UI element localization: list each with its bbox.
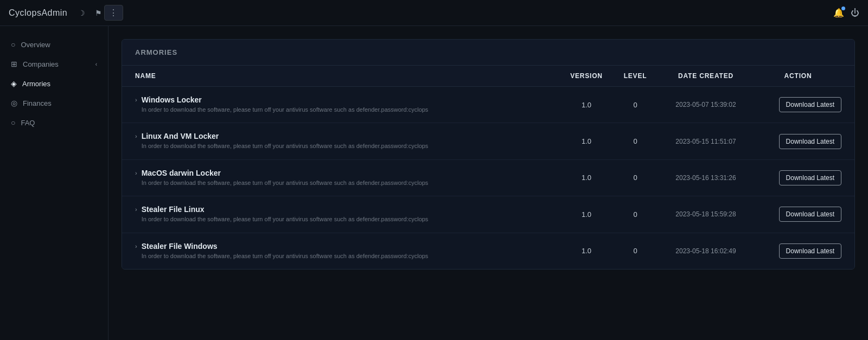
expand-icon[interactable]: › bbox=[135, 170, 137, 176]
app-name: CyclopsAdmin bbox=[9, 8, 67, 17]
download-latest-button[interactable]: Download Latest bbox=[779, 134, 841, 149]
expand-icon[interactable]: › bbox=[135, 97, 137, 103]
armories-icon: ◈ bbox=[11, 79, 17, 88]
notification-icon[interactable]: 🔔 bbox=[833, 8, 844, 18]
sidebar-item-faq[interactable]: ○ FAQ bbox=[0, 113, 108, 132]
row-description: In order to download the software, pleas… bbox=[142, 106, 429, 114]
sidebar: ○ Overview ⊞ Companies ‹ ◈ Armories ◎ Fi… bbox=[0, 26, 108, 340]
table-header: NAME VERSION LEVEL DATE CREATED ACTION bbox=[122, 66, 854, 87]
row-title: MacOS darwin Locker bbox=[142, 169, 429, 177]
notification-dot bbox=[841, 7, 845, 10]
download-latest-button[interactable]: Download Latest bbox=[779, 243, 841, 259]
topbar-right: 🔔 ⏻ bbox=[833, 8, 859, 18]
row-title: Windows Locker bbox=[142, 95, 429, 104]
row-name-content: Stealer File Windows In order to downloa… bbox=[142, 242, 429, 260]
expand-icon[interactable]: › bbox=[135, 243, 137, 249]
sidebar-item-armories[interactable]: ◈ Armories bbox=[0, 74, 108, 93]
row-name-cell: › Stealer File Linux In order to downloa… bbox=[135, 205, 559, 223]
row-action: Download Latest bbox=[755, 134, 841, 149]
col-level: LEVEL bbox=[614, 72, 657, 80]
row-name-content: Linux And VM Locker In order to download… bbox=[142, 132, 429, 150]
panel-header: ARMORIES bbox=[122, 40, 854, 66]
sidebar-item-finances[interactable]: ◎ Finances bbox=[0, 93, 108, 113]
expand-icon[interactable]: › bbox=[135, 206, 137, 213]
row-name-content: Windows Locker In order to download the … bbox=[142, 95, 429, 114]
companies-icon: ⊞ bbox=[11, 60, 17, 68]
download-latest-button[interactable]: Download Latest bbox=[779, 170, 841, 185]
sidebar-label-finances: Finances bbox=[23, 99, 52, 107]
sidebar-item-overview[interactable]: ○ Overview bbox=[0, 35, 108, 54]
col-version: VERSION bbox=[559, 72, 614, 80]
row-name-cell: › Stealer File Windows In order to downl… bbox=[135, 242, 559, 260]
row-title: Stealer File Windows bbox=[142, 242, 429, 251]
col-name: NAME bbox=[135, 72, 559, 80]
row-name-cell: › Windows Locker In order to download th… bbox=[135, 95, 559, 114]
row-level: 0 bbox=[614, 174, 657, 182]
row-level: 0 bbox=[614, 210, 657, 219]
table-row: › Windows Locker In order to download th… bbox=[122, 87, 854, 123]
row-date: 2023-05-18 15:59:28 bbox=[657, 210, 755, 218]
row-date: 2023-05-07 15:39:02 bbox=[657, 101, 755, 108]
sidebar-label-overview: Overview bbox=[21, 41, 50, 49]
row-action: Download Latest bbox=[755, 207, 841, 222]
row-name-cell: › Linux And VM Locker In order to downlo… bbox=[135, 132, 559, 150]
row-name-content: MacOS darwin Locker In order to download… bbox=[142, 169, 429, 187]
row-description: In order to download the software, pleas… bbox=[142, 252, 429, 260]
table-row: › MacOS darwin Locker In order to downlo… bbox=[122, 160, 854, 196]
overview-icon: ○ bbox=[11, 40, 15, 49]
topbar: CyclopsAdmin ☽ ⚑ ⋮ 🔔 ⏻ bbox=[0, 0, 868, 26]
topbar-icons: ☽ ⚑ bbox=[76, 7, 104, 20]
flag-icon[interactable]: ⚑ bbox=[93, 7, 104, 20]
row-date: 2023-05-16 13:31:26 bbox=[657, 174, 755, 182]
row-level: 0 bbox=[614, 101, 657, 109]
row-title: Linux And VM Locker bbox=[142, 132, 429, 140]
row-date: 2023-05-15 11:51:07 bbox=[657, 138, 755, 145]
table-row: › Stealer File Windows In order to downl… bbox=[122, 233, 854, 269]
finances-icon: ◎ bbox=[11, 99, 17, 107]
app-logo: CyclopsAdmin bbox=[9, 8, 67, 18]
sidebar-item-companies[interactable]: ⊞ Companies ‹ bbox=[0, 54, 108, 74]
row-action: Download Latest bbox=[755, 97, 841, 112]
row-name-content: Stealer File Linux In order to download … bbox=[142, 205, 429, 223]
table-row: › Stealer File Linux In order to downloa… bbox=[122, 196, 854, 233]
row-title: Stealer File Linux bbox=[142, 205, 429, 214]
content-area: ARMORIES NAME VERSION LEVEL DATE CREATED… bbox=[108, 26, 868, 340]
sidebar-label-faq: FAQ bbox=[21, 119, 35, 127]
chevron-left-icon: ‹ bbox=[95, 61, 97, 67]
row-version: 1.0 bbox=[559, 247, 614, 255]
row-action: Download Latest bbox=[755, 243, 841, 259]
moon-icon[interactable]: ☽ bbox=[76, 7, 87, 20]
row-version: 1.0 bbox=[559, 174, 614, 182]
row-version: 1.0 bbox=[559, 210, 614, 219]
power-icon[interactable]: ⏻ bbox=[851, 8, 859, 18]
main-layout: ○ Overview ⊞ Companies ‹ ◈ Armories ◎ Fi… bbox=[0, 26, 868, 340]
row-description: In order to download the software, pleas… bbox=[142, 142, 429, 150]
download-latest-button[interactable]: Download Latest bbox=[779, 207, 841, 222]
download-latest-button[interactable]: Download Latest bbox=[779, 97, 841, 112]
sidebar-label-armories: Armories bbox=[22, 80, 50, 88]
row-level: 0 bbox=[614, 137, 657, 145]
row-description: In order to download the software, pleas… bbox=[142, 179, 429, 187]
armories-panel: ARMORIES NAME VERSION LEVEL DATE CREATED… bbox=[122, 39, 855, 270]
faq-icon: ○ bbox=[11, 118, 15, 127]
col-action: ACTION bbox=[755, 72, 841, 80]
menu-button[interactable]: ⋮ bbox=[104, 5, 123, 21]
table-body: › Windows Locker In order to download th… bbox=[122, 87, 854, 269]
row-action: Download Latest bbox=[755, 170, 841, 185]
row-version: 1.0 bbox=[559, 101, 614, 109]
row-description: In order to download the software, pleas… bbox=[142, 215, 429, 223]
row-version: 1.0 bbox=[559, 137, 614, 145]
armories-table: NAME VERSION LEVEL DATE CREATED ACTION ›… bbox=[122, 66, 854, 269]
panel-title: ARMORIES bbox=[135, 48, 177, 56]
expand-icon[interactable]: › bbox=[135, 133, 137, 139]
row-date: 2023-05-18 16:02:49 bbox=[657, 247, 755, 255]
row-name-cell: › MacOS darwin Locker In order to downlo… bbox=[135, 169, 559, 187]
table-row: › Linux And VM Locker In order to downlo… bbox=[122, 123, 854, 159]
row-level: 0 bbox=[614, 247, 657, 255]
sidebar-label-companies: Companies bbox=[23, 60, 59, 68]
col-date: DATE CREATED bbox=[657, 72, 755, 80]
